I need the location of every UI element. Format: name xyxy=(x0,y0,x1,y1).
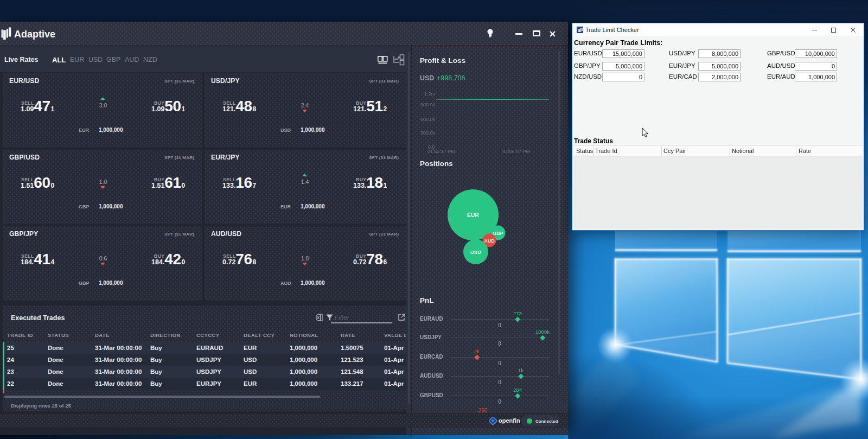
svg-text:AUD: AUD xyxy=(484,238,495,244)
svg-text:USD: USD xyxy=(470,249,481,255)
svg-text:GBP: GBP xyxy=(493,231,503,236)
svg-text:EUR: EUR xyxy=(467,212,480,218)
